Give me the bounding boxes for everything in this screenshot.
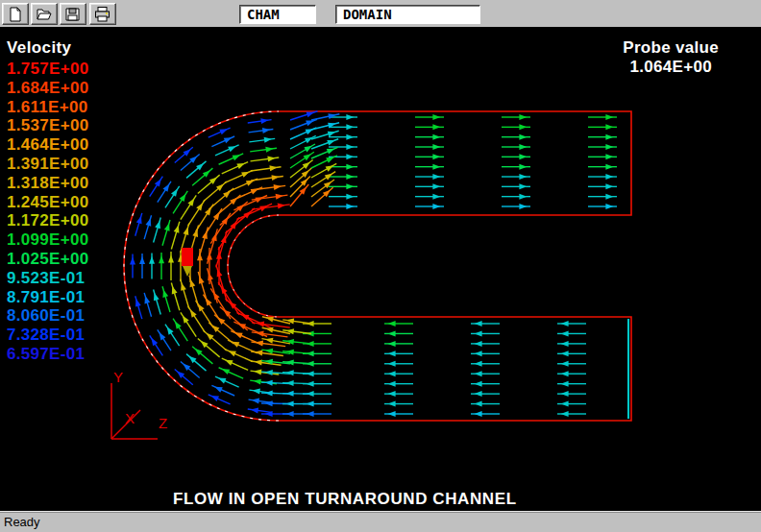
velocity-vector — [251, 157, 280, 162]
velocity-vector — [471, 321, 500, 326]
velocity-vector — [290, 119, 317, 130]
velocity-vector — [311, 180, 334, 197]
velocity-vector — [282, 411, 311, 417]
legend-entries: 1.757E+001.684E+001.611E+001.537E+001.46… — [7, 60, 88, 364]
velocity-vector — [329, 204, 357, 209]
probe-marker — [182, 248, 193, 277]
legend-entry: 6.597E-01 — [7, 345, 88, 364]
velocity-vector — [181, 362, 200, 378]
velocity-vector — [588, 144, 617, 150]
velocity-vector — [557, 361, 586, 367]
velocity-vector — [471, 391, 500, 397]
cham-field[interactable] — [239, 5, 316, 24]
velocity-vector — [154, 290, 161, 315]
new-document-button[interactable] — [2, 3, 29, 25]
velocity-vector — [588, 183, 617, 189]
velocity-vector — [208, 229, 218, 263]
velocity-vector — [226, 208, 255, 233]
velocity-vector — [415, 183, 444, 189]
velocity-vector — [588, 134, 617, 140]
domain-field[interactable] — [335, 5, 480, 24]
velocity-vector — [502, 204, 530, 209]
vector-field — [130, 111, 617, 417]
velocity-vector — [557, 321, 586, 326]
velocity-vector — [248, 118, 272, 124]
velocity-vector — [588, 124, 617, 130]
velocity-vector — [311, 123, 339, 130]
velocity-vector — [251, 175, 283, 181]
status-text: Ready — [0, 512, 761, 529]
velocity-vector — [588, 174, 617, 180]
velocity-vector — [384, 341, 413, 347]
velocity-vector — [290, 152, 314, 168]
axis-triad: YXZ — [111, 369, 167, 439]
velocity-vector — [209, 395, 231, 404]
new-document-icon — [6, 6, 25, 23]
velocity-vector — [282, 391, 311, 397]
legend-entry: 1.318E+00 — [7, 174, 88, 193]
axis-label-x: X — [125, 410, 135, 426]
velocity-vector — [557, 351, 586, 356]
velocity-vector — [135, 213, 142, 236]
velocity-vector — [252, 194, 288, 200]
status-bar: Ready — [0, 511, 761, 532]
legend-entry: 7.328E-01 — [7, 326, 88, 345]
velocity-vector — [415, 164, 444, 170]
velocity-vector — [162, 220, 170, 246]
vector-plot-svg: YXZ — [0, 27, 761, 512]
legend-entry: 8.791E-01 — [7, 288, 88, 307]
velocity-vector — [171, 282, 180, 310]
velocity-vector — [384, 330, 413, 336]
velocity-vector — [502, 134, 530, 140]
velocity-vector — [226, 299, 255, 324]
velocity-vector — [282, 339, 311, 345]
velocity-vector — [211, 136, 234, 147]
legend-title: Velocity — [7, 38, 88, 58]
velocity-vector — [502, 114, 530, 120]
outer-wall-dashes — [124, 111, 279, 421]
probe-value: 1.064E+00 — [623, 58, 719, 77]
velocity-vector — [215, 376, 239, 387]
velocity-vector — [208, 268, 218, 302]
print-button[interactable] — [89, 3, 116, 25]
velocity-vector — [502, 154, 530, 159]
probe-readout: Probe value 1.064E+00 — [623, 38, 719, 77]
open-file-button[interactable] — [31, 3, 58, 25]
plot-title: FLOW IN OPEN TURNAROUND CHANNEL — [173, 490, 517, 509]
velocity-vector — [159, 253, 164, 279]
plot-canvas[interactable]: YXZ Velocity 1.757E+001.684E+001.611E+00… — [0, 27, 761, 512]
velocity-vector — [210, 213, 231, 244]
velocity-vector — [471, 371, 500, 376]
velocity-vector — [384, 401, 413, 407]
open-folder-icon — [35, 6, 54, 23]
legend-entry: 1.172E+00 — [7, 211, 88, 230]
save-button[interactable] — [60, 3, 86, 25]
legend-entry: 1.099E+00 — [7, 230, 88, 250]
inner-wall-dashes — [228, 215, 279, 317]
velocity-vector — [144, 293, 151, 317]
velocity-vector — [502, 164, 530, 170]
axis-label-y: Y — [113, 369, 123, 385]
velocity-vector — [249, 137, 275, 143]
velocity-vector — [135, 296, 142, 319]
legend-entry: 8.060E-01 — [7, 306, 88, 326]
legend-entry: 1.245E+00 — [7, 193, 88, 212]
velocity-vector — [219, 368, 244, 378]
velocity-vector — [329, 183, 357, 189]
velocity-vector — [415, 194, 444, 200]
velocity-vector — [168, 252, 174, 280]
velocity-vector — [384, 411, 413, 417]
velocity-vector — [144, 215, 151, 239]
legend-entry: 1.537E+00 — [7, 116, 88, 135]
velocity-vector — [557, 401, 586, 407]
legend-entry: 1.611E+00 — [7, 98, 88, 117]
velocity-vector — [139, 254, 145, 278]
print-icon — [93, 6, 112, 23]
velocity-vector — [282, 380, 311, 386]
velocity-legend: Velocity 1.757E+001.684E+001.611E+001.53… — [7, 38, 88, 364]
velocity-vector — [210, 288, 231, 319]
velocity-vector — [311, 131, 339, 139]
velocity-vector — [415, 114, 444, 120]
velocity-vector — [471, 411, 500, 417]
velocity-vector — [502, 124, 530, 130]
